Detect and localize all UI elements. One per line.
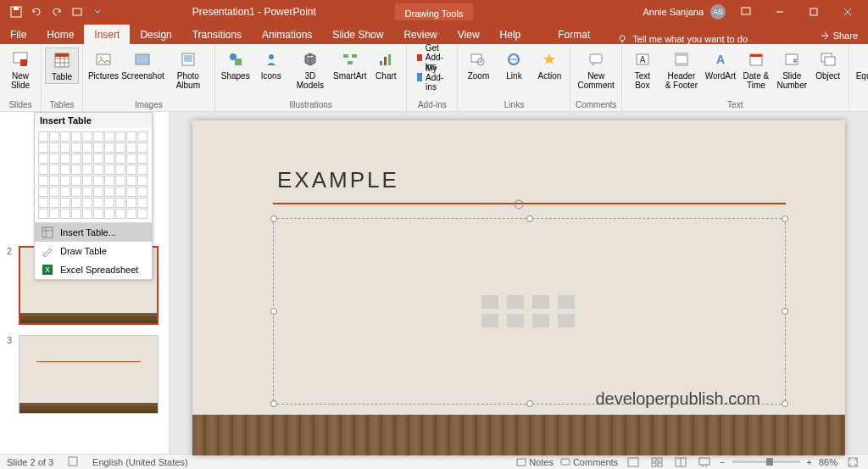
datetime-button[interactable]: Date & Time [739,47,773,92]
table-grid-cell[interactable] [60,176,70,186]
table-grid-cell[interactable] [137,131,147,142]
table-grid-cell[interactable] [60,165,70,175]
table-grid-cell[interactable] [71,165,81,175]
insert-picture-placeholder-icon[interactable] [481,314,498,327]
table-grid-cell[interactable] [60,209,70,219]
spellcheck-icon[interactable] [67,455,79,469]
table-grid-cell[interactable] [137,209,147,219]
table-grid-cell[interactable] [137,198,147,208]
table-grid-cell[interactable] [82,142,92,153]
close-icon[interactable] [834,0,861,24]
table-grid-cell[interactable] [71,142,81,153]
table-grid-cell[interactable] [82,154,92,164]
3d-models-button[interactable]: 3D Models [290,47,331,92]
table-grid-cell[interactable] [49,154,59,164]
table-grid-cell[interactable] [115,165,125,175]
new-comment-button[interactable]: New Comment [574,47,617,92]
table-grid-cell[interactable] [82,187,92,197]
start-from-beginning-icon[interactable] [68,3,86,21]
table-grid-cell[interactable] [115,187,125,197]
tab-design[interactable]: Design [130,25,181,44]
table-button[interactable]: Table [45,47,79,84]
table-grid-cell[interactable] [38,131,48,142]
reading-view-button[interactable] [672,455,689,469]
table-grid-cell[interactable] [60,142,70,153]
table-grid-cell[interactable] [93,131,103,142]
table-grid-cell[interactable] [115,176,125,186]
minimize-icon[interactable] [766,0,793,24]
table-grid-cell[interactable] [82,209,92,219]
table-grid-cell[interactable] [60,154,70,164]
table-grid-cell[interactable] [38,165,48,175]
zoom-button[interactable]: Zoom [461,47,495,82]
tab-help[interactable]: Help [490,25,531,44]
slide-sorter-view-button[interactable] [648,455,665,469]
table-grid-cell[interactable] [93,165,103,175]
comments-button[interactable]: Comments [560,457,618,467]
table-grid-cell[interactable] [126,176,136,186]
table-grid-cell[interactable] [137,187,147,197]
excel-spreadsheet-menu-item[interactable]: XExcel Spreadsheet [35,260,152,279]
table-grid-cell[interactable] [104,176,114,186]
insert-table-placeholder-icon[interactable] [481,295,498,309]
selection-handle[interactable] [782,400,788,407]
selection-handle[interactable] [782,215,788,222]
textbox-button[interactable]: AText Box [626,47,659,92]
share-button[interactable]: Share [810,27,868,44]
new-slide-button[interactable]: New Slide [3,47,37,92]
slide-thumbnail-3[interactable] [19,335,159,414]
insert-3d-placeholder-icon[interactable] [558,295,575,309]
user-avatar[interactable]: AS [710,4,726,20]
slide-editor-area[interactable]: EXAMPLE [170,112,868,454]
zoom-slider-thumb[interactable] [766,458,773,466]
table-grid-cell[interactable] [126,154,136,164]
my-addins-button[interactable]: My Add-ins [410,68,453,87]
table-grid-cell[interactable] [93,154,103,164]
table-grid-cell[interactable] [49,176,59,186]
table-grid-cell[interactable] [115,154,125,164]
zoom-out-button[interactable]: − [720,457,725,467]
table-size-grid[interactable] [35,128,152,222]
slide-canvas[interactable]: EXAMPLE [192,120,845,455]
table-grid-cell[interactable] [71,209,81,219]
redo-icon[interactable] [47,3,66,21]
table-grid-cell[interactable] [82,176,92,186]
table-grid-cell[interactable] [38,142,48,153]
slide-counter[interactable]: Slide 2 of 3 [7,457,53,467]
table-grid-cell[interactable] [126,198,136,208]
rotate-handle[interactable] [513,198,525,210]
chart-button[interactable]: Chart [369,47,403,82]
table-grid-cell[interactable] [104,209,114,219]
ribbon-display-options-icon[interactable] [732,0,760,24]
table-grid-cell[interactable] [60,198,70,208]
table-grid-cell[interactable] [126,187,136,197]
selection-handle[interactable] [270,308,277,315]
tab-format[interactable]: Format [548,25,600,44]
table-grid-cell[interactable] [93,187,103,197]
table-grid-cell[interactable] [49,187,59,197]
icons-button[interactable]: Icons [254,47,288,82]
selection-handle[interactable] [270,400,277,407]
table-grid-cell[interactable] [104,165,114,175]
smartart-button[interactable]: SmartArt [332,47,367,82]
table-grid-cell[interactable] [38,198,48,208]
table-grid-cell[interactable] [126,131,136,142]
insert-icon-placeholder-icon[interactable] [558,314,575,327]
maximize-icon[interactable] [800,0,827,24]
tab-view[interactable]: View [448,25,490,44]
table-grid-cell[interactable] [137,165,147,175]
table-grid-cell[interactable] [104,142,114,153]
table-grid-cell[interactable] [49,209,59,219]
tab-home[interactable]: Home [36,25,84,44]
tab-animations[interactable]: Animations [252,25,322,44]
table-grid-cell[interactable] [71,187,81,197]
slideshow-view-button[interactable] [696,455,713,469]
content-placeholder[interactable] [273,218,786,405]
insert-video-placeholder-icon[interactable] [532,314,549,327]
wordart-button[interactable]: AWordArt [704,47,737,82]
table-grid-cell[interactable] [104,154,114,164]
tell-me-search[interactable]: Tell me what you want to do [600,34,809,44]
table-grid-cell[interactable] [71,131,81,142]
slide-panel[interactable]: Insert Table Insert Table... Draw Table … [0,112,170,454]
tab-file[interactable]: File [0,25,36,44]
